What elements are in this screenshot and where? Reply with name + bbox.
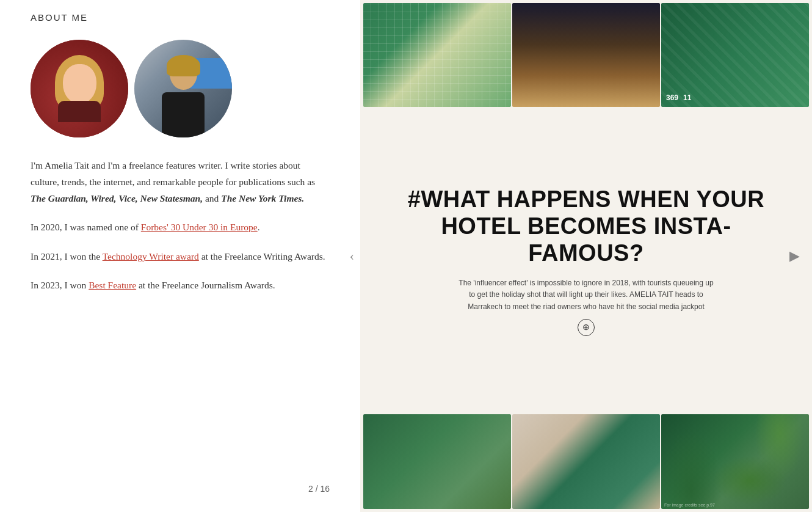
article-circle-button[interactable]: ⊕ (578, 319, 595, 336)
photo-stats: 369 11 (666, 93, 691, 102)
top-photo-1 (363, 3, 511, 107)
nav-prev-arrow[interactable]: ‹ (350, 248, 354, 264)
bio-paragraph-3: In 2021, I won the Technology Writer awa… (31, 248, 330, 265)
person-silhouette (156, 58, 211, 137)
tech-writer-link[interactable]: Technology Writer award (103, 251, 199, 261)
bio-paragraph-4: In 2023, I won Best Feature at the Freel… (31, 277, 330, 293)
top-photos-row: 369 11 (360, 0, 812, 107)
bio-p4-suffix: at the Freelance Journalism Awards. (136, 280, 275, 290)
forbes-link[interactable]: Forbes' 30 Under 30 in Europe (141, 222, 258, 232)
article-subhead: The 'influencer effect' is impossible to… (458, 277, 714, 313)
bio-p3-prefix: In 2021, I won the (31, 251, 103, 261)
article-headline-area: #WHAT HAPPENS WHEN YOUR HOTEL BECOMES IN… (360, 107, 812, 414)
person-hair (167, 55, 200, 76)
left-panel: ABOUT ME I'm Amelia T (0, 0, 360, 512)
bio-p4-prefix: In 2023, I won (31, 280, 89, 290)
leaf-overlay (661, 414, 809, 509)
bio-p2-suffix: . (258, 222, 260, 232)
watermark: For image credits see p.97 (664, 503, 715, 507)
bio-p2-prefix: In 2020, I was named one of (31, 222, 141, 232)
pagination: 2 / 16 (308, 484, 330, 494)
article-card: 369 11 #WHAT HAPPENS WHEN YOUR HOTEL BEC… (360, 0, 812, 512)
right-panel: 369 11 #WHAT HAPPENS WHEN YOUR HOTEL BEC… (360, 0, 812, 512)
avatars-row (31, 40, 330, 137)
nav-next-arrow-right[interactable]: ▶ (789, 248, 800, 264)
cartoon-face-graphic (52, 55, 107, 122)
bottom-photos-row: For image credits see p.97 (360, 414, 812, 512)
avatar-photo (134, 40, 232, 137)
photo-stat-2: 11 (683, 93, 691, 102)
article-headline: #WHAT HAPPENS WHEN YOUR HOTEL BECOMES IN… (397, 186, 775, 266)
person-body (162, 92, 205, 137)
section-title: ABOUT ME (31, 12, 330, 23)
top-photo-3: 369 11 (661, 3, 809, 107)
bio-p3-suffix: at the Freelance Writing Awards. (199, 251, 325, 261)
cartoon-face-skin (63, 64, 96, 104)
avatar-illustration (31, 40, 128, 137)
bio-paragraph-2: In 2020, I was named one of Forbes' 30 U… (31, 219, 330, 235)
bio-publications: The Guardian, Wired, Vice, New Statesman… (31, 193, 203, 203)
tile-overlay (661, 3, 809, 107)
bottom-photo-1 (363, 414, 511, 509)
person-head (170, 58, 197, 90)
right-arrow-icon: ▶ (789, 248, 800, 263)
bio-text-intro: I'm Amelia Tait and I'm a freelance feat… (31, 160, 315, 187)
photo-stat-1: 369 (666, 93, 678, 102)
bio-paragraph-1: I'm Amelia Tait and I'm a freelance feat… (31, 157, 330, 207)
bottom-photo-3: For image credits see p.97 (661, 414, 809, 509)
photo-inner (134, 40, 232, 137)
pool-tile-overlay (363, 3, 511, 107)
bio-nyt: The New York Times. (221, 193, 304, 203)
circle-btn-icon: ⊕ (582, 322, 590, 332)
bottom-photo-2 (512, 414, 660, 509)
bio-and: and (203, 193, 221, 203)
cartoon-body (58, 101, 101, 122)
top-photo-2 (512, 3, 660, 107)
best-feature-link[interactable]: Best Feature (89, 280, 136, 290)
